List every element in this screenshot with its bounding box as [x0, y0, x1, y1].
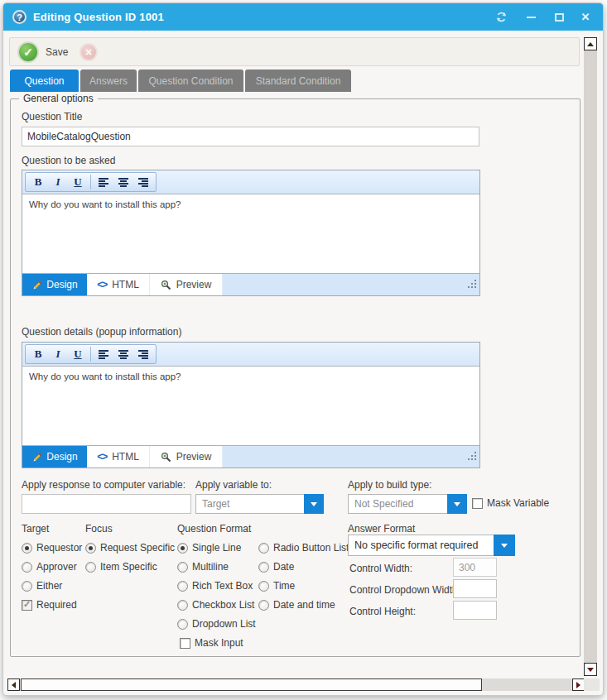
radio-checkbox-list[interactable]: Checkbox List: [177, 599, 254, 611]
question-asked-label: Question to be asked: [22, 155, 115, 166]
align-center-button[interactable]: [113, 346, 133, 362]
scrollbar-corner: [584, 678, 600, 691]
select-value: Not Specified: [354, 498, 413, 510]
radio-icon: [258, 581, 269, 592]
tab-question[interactable]: Question: [10, 70, 79, 92]
design-tab[interactable]: Design: [22, 446, 87, 467]
group-legend: General options: [19, 93, 98, 104]
radio-date[interactable]: Date: [258, 561, 294, 573]
radio-icon: [22, 581, 32, 592]
italic-button[interactable]: I: [48, 346, 68, 362]
preview-magnifier-icon: [161, 452, 171, 463]
checkbox-box: [22, 600, 32, 611]
dialog-window: ? Editing Question ID 1001 ✕ ✓ Save ✕ Qu…: [2, 2, 604, 696]
control-height-input[interactable]: [453, 601, 497, 620]
underline-button[interactable]: U: [68, 346, 88, 362]
radio-date-and-time[interactable]: Date and time: [258, 599, 335, 611]
scroll-right-button[interactable]: [572, 678, 585, 691]
question-title-input[interactable]: [22, 127, 479, 146]
align-right-icon: [138, 350, 149, 359]
maximize-button[interactable]: [548, 8, 570, 26]
scroll-up-button[interactable]: [584, 37, 597, 50]
align-left-button[interactable]: [94, 174, 113, 190]
answer-format-select[interactable]: No specific format required: [348, 535, 515, 556]
radio-icon: [22, 562, 32, 573]
question-format-header: Question Format: [177, 523, 251, 535]
html-tab[interactable]: <> HTML: [87, 274, 150, 295]
control-width-input[interactable]: [453, 558, 497, 577]
align-right-button[interactable]: [133, 174, 153, 190]
html-tab[interactable]: <> HTML: [87, 446, 150, 467]
apply-build-type-label: Apply to build type:: [348, 479, 431, 491]
editor-content[interactable]: Why do you want to install this app?: [22, 194, 479, 274]
rich-text-editor-details: B I U: [22, 342, 480, 468]
tab-question-condition[interactable]: Question Condition: [138, 70, 243, 92]
bold-button[interactable]: B: [28, 174, 48, 190]
radio-time[interactable]: Time: [258, 580, 295, 592]
h-scroll-thumb[interactable]: [21, 678, 482, 691]
html-label: HTML: [112, 451, 139, 463]
apply-variable-input[interactable]: [22, 494, 191, 514]
align-center-button[interactable]: [113, 174, 133, 190]
scroll-down-button[interactable]: [584, 663, 597, 676]
editor-mode-bar: Design <> HTML Preview: [22, 274, 479, 295]
bold-button[interactable]: B: [28, 346, 48, 362]
align-left-button[interactable]: [94, 346, 113, 362]
minimize-button[interactable]: [520, 8, 542, 26]
design-tab[interactable]: Design: [22, 274, 87, 295]
build-type-select[interactable]: Not Specified: [348, 494, 467, 514]
preview-label: Preview: [176, 451, 212, 463]
preview-tab[interactable]: Preview: [150, 274, 223, 295]
radio-icon: [177, 543, 188, 554]
help-icon[interactable]: ?: [12, 10, 26, 24]
underline-button[interactable]: U: [68, 174, 88, 190]
close-button[interactable]: ✕: [575, 8, 596, 26]
dropdown-button[interactable]: [304, 494, 324, 514]
answer-format-header: Answer Format: [348, 523, 415, 535]
tab-answers[interactable]: Answers: [80, 70, 137, 92]
resize-grip[interactable]: [468, 283, 476, 291]
tab-standard-condition[interactable]: Standard Condition: [245, 70, 351, 92]
radio-icon: [258, 600, 269, 611]
preview-tab[interactable]: Preview: [150, 446, 223, 467]
cancel-button[interactable]: ✕: [79, 43, 98, 61]
radio-either[interactable]: Either: [22, 580, 62, 592]
html-icon: <>: [97, 451, 107, 463]
align-center-icon: [118, 350, 129, 359]
radio-single-line[interactable]: Single Line: [177, 542, 241, 554]
dropdown-button[interactable]: [447, 494, 467, 514]
mask-variable-checkbox[interactable]: Mask Variable: [472, 497, 549, 509]
scroll-left-button[interactable]: [7, 678, 20, 691]
checkbox-box: [472, 498, 483, 509]
pencil-icon: [31, 452, 41, 462]
radio-icon: [22, 543, 32, 554]
italic-button[interactable]: I: [48, 174, 68, 190]
radio-request-specific[interactable]: Request Specific: [85, 542, 175, 554]
horizontal-scrollbar[interactable]: [7, 678, 585, 691]
radio-requestor[interactable]: Requestor: [22, 542, 82, 554]
radio-item-specific[interactable]: Item Specific: [85, 561, 157, 573]
mask-input-checkbox[interactable]: Mask Input: [180, 637, 243, 649]
dropdown-button[interactable]: [494, 535, 515, 556]
control-dropdown-width-input[interactable]: [453, 579, 497, 598]
align-left-icon: [99, 178, 109, 187]
vertical-scrollbar[interactable]: [584, 37, 597, 676]
target-header: Target: [22, 523, 49, 535]
question-title-label: Question Title: [22, 111, 82, 122]
apply-variable-to-select[interactable]: Target: [195, 494, 324, 514]
question-details-label: Question details (popup information): [22, 326, 181, 338]
apply-variable-to-label: Apply variable to:: [195, 479, 272, 491]
control-dropdown-width-label: Control Dropdown Width:: [349, 584, 460, 596]
radio-approver[interactable]: Approver: [22, 561, 77, 573]
refresh-button[interactable]: [490, 8, 512, 26]
editor-content[interactable]: Why do you want to install this app?: [22, 366, 479, 446]
radio-rich-text-box[interactable]: Rich Text Box: [177, 580, 253, 592]
toolbar-separator: [90, 347, 91, 362]
required-checkbox[interactable]: Required: [22, 599, 77, 611]
radio-multiline[interactable]: Multiline: [177, 561, 229, 573]
align-right-button[interactable]: [133, 346, 153, 362]
radio-radio-button-list[interactable]: Radio Button List: [258, 542, 349, 554]
resize-grip[interactable]: [468, 455, 476, 463]
down-arrow-icon: [587, 668, 594, 672]
radio-dropdown-list[interactable]: Dropdown List: [177, 618, 256, 630]
